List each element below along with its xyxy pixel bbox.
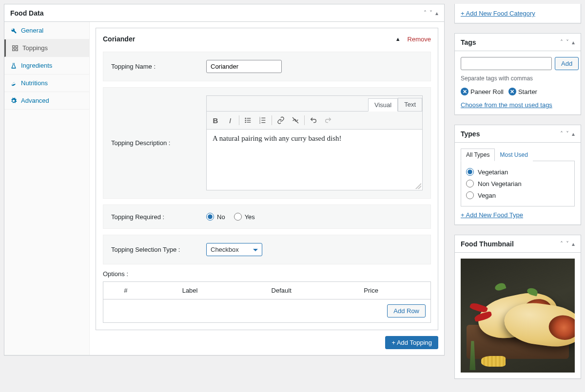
topping-name-label: Topping Name : (111, 63, 196, 70)
svg-rect-13 (261, 120, 265, 120)
toggle-icon[interactable]: ▴ (572, 241, 575, 247)
options-col-num: # (103, 282, 148, 299)
numbered-list-icon[interactable]: 123 (256, 113, 270, 127)
move-down-icon[interactable]: ˅ (566, 39, 569, 46)
remove-tag-icon[interactable]: ✕ (508, 88, 516, 95)
move-up-icon[interactable]: ˄ (560, 241, 563, 247)
svg-rect-2 (13, 49, 15, 51)
tab-general[interactable]: General (4, 22, 89, 39)
svg-rect-11 (261, 118, 265, 118)
remove-topping-link[interactable]: Remove (408, 36, 431, 43)
grid-icon (12, 45, 19, 52)
options-col-price: Price (331, 282, 411, 299)
svg-rect-15 (261, 122, 265, 123)
resize-handle-icon[interactable] (207, 183, 422, 190)
editor-tab-visual[interactable]: Visual (368, 98, 398, 112)
food-data-header: Food Data ˄ ˅ ▴ (4, 4, 444, 22)
options-col-default: Default (232, 282, 331, 299)
types-tab-all[interactable]: All Types (461, 149, 495, 161)
move-down-icon[interactable]: ˅ (566, 131, 569, 137)
tab-toppings[interactable]: Toppings (4, 39, 89, 57)
type-option[interactable]: Vegetarian (466, 166, 569, 178)
type-radio[interactable] (466, 191, 474, 199)
rich-text-editor: Visual Text B I (206, 95, 423, 190)
redo-icon[interactable] (321, 113, 335, 127)
required-no-label: No (217, 213, 225, 221)
required-yes-label: Yes (245, 213, 255, 221)
types-title: Types (461, 130, 480, 138)
options-col-label: Label (148, 282, 232, 299)
type-radio[interactable] (466, 168, 474, 176)
add-tag-button[interactable]: Add (555, 57, 579, 70)
add-category-link[interactable]: + Add New Food Category (461, 10, 535, 17)
thumbnail-panel: Food Thumbnail ˄ ˅ ▴ (454, 235, 581, 379)
tab-advanced[interactable]: Advanced (4, 92, 89, 110)
move-up-icon[interactable]: ˄ (560, 131, 563, 137)
add-topping-button[interactable]: + Add Topping (385, 336, 438, 349)
editor-toolbar: B I 123 (207, 111, 422, 130)
svg-rect-9 (247, 122, 251, 122)
move-up-icon[interactable]: ˄ (560, 39, 563, 46)
required-yes-radio[interactable] (234, 213, 242, 221)
topping-description-row: Topping Description : Visual Text B (103, 87, 431, 199)
topping-card: Coriander ▲ Remove Topping Name : (96, 28, 438, 330)
types-panel: Types ˄ ˅ ▴ All Types Most Used Vegetari… (454, 125, 581, 225)
type-option[interactable]: Vegan (466, 189, 569, 201)
tag-chip: ✕ Paneer Roll (461, 88, 504, 95)
type-label: Vegan (478, 192, 496, 199)
gear-icon (10, 97, 17, 104)
thumbnail-title: Food Thumbnail (461, 240, 514, 248)
required-no[interactable]: No (206, 213, 225, 221)
topping-title: Coriander (103, 35, 135, 43)
types-tab-most[interactable]: Most Used (495, 149, 532, 161)
move-down-icon[interactable]: ˅ (429, 10, 432, 17)
tab-nutritions[interactable]: Nutritions (4, 75, 89, 92)
topping-name-input[interactable] (206, 60, 282, 73)
undo-icon[interactable] (307, 113, 320, 127)
editor-tab-text[interactable]: Text (398, 98, 422, 111)
toggle-icon[interactable]: ▴ (572, 39, 575, 46)
link-icon[interactable] (274, 113, 288, 127)
svg-rect-1 (16, 45, 18, 47)
type-radio[interactable] (466, 180, 474, 187)
thumbnail-image[interactable] (461, 259, 575, 373)
selection-type-select[interactable]: Checkbox (206, 243, 262, 256)
collapse-icon[interactable]: ▲ (395, 36, 401, 42)
editor-content[interactable]: A natural pairing with any curry based d… (207, 130, 422, 183)
move-down-icon[interactable]: ˅ (566, 241, 569, 247)
topping-name-row: Topping Name : (103, 52, 431, 81)
tag-label: Starter (518, 88, 537, 95)
toggle-icon[interactable]: ▴ (435, 10, 438, 17)
svg-point-6 (245, 120, 246, 121)
toggle-icon[interactable]: ▴ (572, 131, 575, 137)
categories-panel-tail: + Add New Food Category (454, 4, 581, 23)
bullet-list-icon[interactable] (241, 113, 255, 127)
choose-tags-link[interactable]: Choose from the most used tags (461, 101, 552, 109)
tag-hint: Separate tags with commas (461, 75, 575, 82)
required-yes[interactable]: Yes (234, 213, 255, 221)
topping-required-label: Topping Required : (111, 213, 196, 221)
topping-selection-type-row: Topping Selection Type : Checkbox (103, 235, 431, 264)
add-type-link[interactable]: + Add New Food Type (461, 211, 523, 219)
options-table: # Label Default Price Ad (103, 281, 431, 323)
food-data-title: Food Data (10, 9, 43, 17)
remove-tag-icon[interactable]: ✕ (461, 88, 468, 95)
add-row-button[interactable]: Add Row (387, 304, 426, 317)
options-label: Options : (103, 270, 431, 278)
italic-icon[interactable]: I (223, 113, 237, 127)
bold-icon[interactable]: B (209, 113, 222, 127)
flask-icon (10, 62, 17, 69)
unlink-icon[interactable] (289, 113, 302, 127)
required-no-radio[interactable] (206, 213, 214, 221)
tab-ingredients[interactable]: Ingredients (4, 57, 89, 75)
move-up-icon[interactable]: ˄ (424, 10, 427, 17)
tag-input[interactable] (461, 57, 552, 70)
type-label: Non Vegetarian (478, 180, 522, 187)
leaf-icon (10, 80, 17, 87)
food-data-tabs: General Toppings Ingredients (4, 22, 90, 355)
type-option[interactable]: Non Vegetarian (466, 178, 569, 189)
topping-description-label: Topping Description : (111, 95, 196, 147)
svg-text:3: 3 (259, 122, 261, 124)
tag-chip: ✕ Starter (508, 88, 537, 95)
topping-selection-type-label: Topping Selection Type : (111, 246, 196, 253)
